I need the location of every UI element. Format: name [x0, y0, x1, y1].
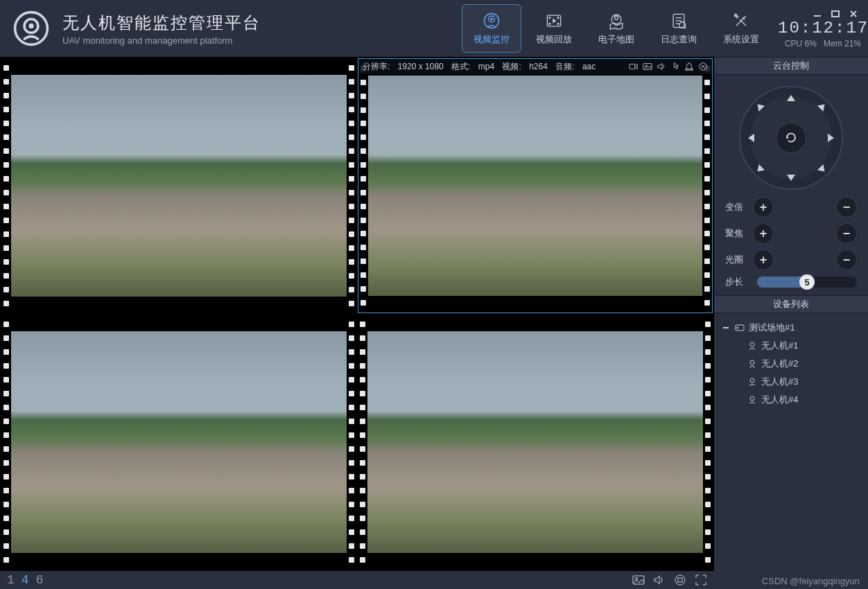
layout-6[interactable]: 6 [36, 573, 44, 587]
nav-map[interactable]: 电子地图 [587, 4, 646, 53]
film-strip [1, 315, 11, 570]
aud-value: aac [582, 62, 596, 71]
stop-all-icon[interactable] [674, 574, 686, 586]
ptz-right[interactable] [825, 132, 836, 143]
ptz-wheel [739, 86, 843, 190]
device-item[interactable]: 无人机#3 [721, 373, 861, 391]
layout-1[interactable]: 1 [7, 573, 15, 587]
iris-close-button[interactable]: − [836, 249, 857, 270]
svg-point-10 [557, 24, 559, 25]
system-status: 10:12:17 CPU 6% Mem 21% [778, 9, 861, 49]
snapshot-all-icon[interactable] [632, 574, 645, 586]
nav-settings[interactable]: 系统设置 [711, 4, 771, 53]
ptz-reset[interactable] [776, 123, 806, 153]
nav-label: 电子地图 [598, 33, 634, 46]
focus-in-button[interactable]: + [753, 223, 774, 244]
logo-icon [12, 10, 50, 47]
audio-icon[interactable] [657, 62, 666, 71]
main-nav: 视频监控 视频回放 电子地图 日志查询 系统设置 [460, 4, 772, 53]
zoom-out-button[interactable]: − [836, 197, 857, 218]
film-strip [358, 315, 367, 570]
side-panel: 云台控制 变倍 + − [714, 57, 868, 589]
pointer-icon[interactable] [670, 62, 680, 71]
video-frame [11, 331, 347, 553]
fmt-value: mp4 [478, 62, 494, 71]
device-panel-header: 设备列表 [714, 295, 868, 313]
step-value[interactable]: 5 [799, 274, 815, 290]
film-strip [703, 315, 713, 570]
iris-open-button[interactable]: + [753, 249, 774, 270]
video-cell-3[interactable] [1, 315, 356, 570]
svg-marker-11 [553, 19, 556, 24]
playback-icon [544, 11, 564, 30]
maximize-button[interactable] [831, 10, 840, 17]
camera-icon [747, 395, 757, 405]
res-value: 1920 x 1080 [398, 62, 444, 71]
layout-switch: 1 4 6 [7, 573, 43, 587]
ptz-up[interactable] [785, 93, 797, 104]
film-strip [702, 59, 712, 313]
close-button[interactable] [849, 10, 858, 17]
ptz-down[interactable] [785, 172, 797, 183]
video-frame [11, 75, 347, 297]
nav-video-monitor[interactable]: 视频监控 [462, 4, 521, 53]
layout-4[interactable]: 4 [21, 573, 29, 587]
vid-label: 视频: [502, 62, 521, 71]
nav-label: 视频回放 [536, 33, 572, 46]
nav-label: 日志查询 [661, 33, 697, 46]
video-cell-1[interactable] [1, 58, 356, 313]
svg-rect-51 [678, 578, 682, 582]
nav-logs[interactable]: 日志查询 [649, 4, 709, 53]
svg-point-2 [28, 24, 33, 28]
camera-icon [482, 11, 501, 30]
svg-marker-39 [754, 164, 765, 175]
record-icon[interactable] [629, 62, 639, 71]
device-label: 无人机#3 [761, 376, 798, 388]
minimize-button[interactable] [813, 10, 822, 17]
snapshot-icon[interactable] [643, 62, 652, 71]
map-icon [607, 11, 626, 30]
svg-marker-40 [786, 137, 789, 139]
step-slider[interactable]: 5 [757, 276, 857, 288]
fullscreen-icon[interactable] [695, 574, 707, 586]
svg-marker-38 [817, 164, 828, 175]
nvr-icon [735, 323, 745, 333]
zoom-label: 变倍 [725, 201, 753, 213]
svg-point-44 [750, 342, 754, 346]
log-icon [669, 11, 688, 30]
focus-out-button[interactable]: − [836, 223, 857, 244]
svg-point-46 [750, 378, 754, 383]
sys-stats: CPU 6% Mem 21% [778, 39, 861, 49]
video-cell-2[interactable]: 分辨率: 1920 x 1080 格式: mp4 视频: h264 音频: aa… [358, 58, 713, 313]
app-subtitle: UAV monitoring and management platform [62, 35, 261, 46]
video-grid: 分辨率: 1920 x 1080 格式: mp4 视频: h264 音频: aa… [0, 57, 714, 571]
video-cell-4[interactable] [358, 315, 713, 570]
svg-point-50 [675, 575, 685, 585]
svg-marker-34 [748, 134, 754, 142]
device-item[interactable]: 无人机#1 [721, 337, 861, 355]
svg-point-5 [490, 18, 493, 21]
close-icon[interactable] [698, 62, 708, 71]
alarm-icon[interactable] [684, 62, 694, 71]
ptz-left[interactable] [746, 132, 757, 143]
app-header: 无人机智能监控管理平台 UAV monitoring and managemen… [0, 0, 868, 57]
device-item[interactable]: 无人机#2 [721, 355, 861, 373]
settings-icon [731, 11, 751, 30]
device-item[interactable]: 无人机#4 [721, 391, 861, 409]
svg-point-12 [614, 16, 618, 19]
audio-all-icon[interactable] [653, 574, 666, 586]
fmt-label: 格式: [451, 62, 470, 71]
res-label: 分辨率: [363, 62, 390, 71]
film-strip [358, 59, 368, 313]
video-frame [367, 331, 703, 553]
device-group[interactable]: 测试场地#1 [721, 319, 861, 337]
step-label: 步长 [725, 276, 753, 288]
aud-label: 音频: [555, 62, 574, 71]
nav-video-playback[interactable]: 视频回放 [524, 4, 584, 53]
collapse-icon [721, 323, 731, 333]
svg-marker-32 [787, 95, 795, 101]
svg-point-47 [750, 396, 754, 401]
svg-marker-36 [817, 101, 828, 112]
zoom-in-button[interactable]: + [753, 197, 774, 218]
film-strip [347, 315, 356, 570]
